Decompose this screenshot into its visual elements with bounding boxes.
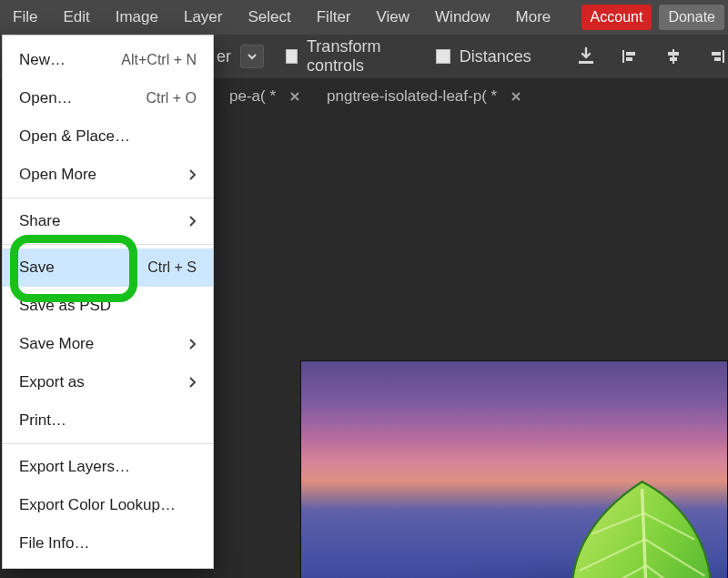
menu-separator: [3, 198, 213, 198]
menu-item-new[interactable]: New… Alt+Ctrl + N: [3, 41, 213, 79]
menu-item-label: New…: [19, 51, 121, 69]
menu-file[interactable]: File: [0, 0, 50, 35]
menu-item-label: Open More: [19, 166, 187, 184]
align-left-icon[interactable]: [619, 43, 641, 70]
menu-item-save-more[interactable]: Save More: [3, 325, 213, 363]
chevron-down-icon[interactable]: [240, 45, 264, 68]
menu-item-label: File Info…: [19, 534, 197, 553]
canvas-document[interactable]: [300, 360, 728, 578]
menu-item-open[interactable]: Open… Ctrl + O: [3, 79, 213, 117]
menu-separator: [3, 443, 213, 444]
svg-rect-3: [626, 57, 632, 61]
download-icon[interactable]: [575, 43, 597, 70]
menu-item-label: Save: [19, 259, 147, 277]
svg-rect-7: [723, 50, 724, 63]
svg-rect-9: [714, 57, 721, 61]
menu-item-shortcut: Ctrl + O: [146, 90, 197, 106]
menu-item-label: Open…: [19, 89, 146, 107]
menu-window[interactable]: Window: [422, 0, 502, 35]
checkbox-icon: [436, 49, 450, 64]
tab-label: pngtree-isolated-leaf-p( *: [327, 87, 497, 106]
menu-item-label: Export as: [19, 373, 187, 391]
svg-rect-4: [672, 49, 674, 64]
donate-button[interactable]: Donate: [659, 5, 724, 30]
menu-item-open-more[interactable]: Open More: [3, 156, 213, 194]
leaf-layer[interactable]: [527, 473, 728, 578]
file-menu-dropdown: New… Alt+Ctrl + N Open… Ctrl + O Open & …: [2, 35, 214, 569]
document-tab[interactable]: pngtree-isolated-leaf-p( *: [314, 78, 535, 115]
distances-checkbox[interactable]: Distances: [436, 47, 531, 66]
menu-separator: [3, 244, 213, 245]
menu-item-save-as-psd[interactable]: Save as PSD: [3, 287, 213, 325]
chevron-right-icon: [187, 376, 197, 389]
menu-edit[interactable]: Edit: [50, 0, 102, 35]
tool-dropdown-label: er: [217, 47, 231, 66]
account-button[interactable]: Account: [581, 5, 652, 30]
transform-controls-label: Transform controls: [307, 37, 414, 76]
checkbox-icon: [286, 49, 298, 64]
transform-controls-checkbox[interactable]: Transform controls: [286, 37, 414, 76]
svg-rect-8: [712, 52, 721, 56]
menu-item-export-as[interactable]: Export as: [3, 363, 213, 401]
chevron-right-icon: [187, 338, 197, 350]
tab-label: pe-a( *: [229, 87, 276, 106]
menu-item-label: Save More: [19, 335, 187, 353]
menu-image[interactable]: Image: [103, 0, 171, 35]
chevron-right-icon: [187, 168, 197, 181]
menu-item-label: Open & Place…: [19, 127, 197, 146]
svg-rect-0: [579, 61, 593, 64]
svg-rect-5: [668, 52, 679, 56]
distances-label: Distances: [460, 47, 531, 66]
menu-view[interactable]: View: [364, 0, 423, 35]
menu-item-export-layers[interactable]: Export Layers…: [3, 448, 213, 486]
menu-item-shortcut: Ctrl + S: [147, 259, 197, 276]
menu-select[interactable]: Select: [235, 0, 303, 35]
align-center-icon[interactable]: [662, 43, 684, 70]
menu-item-file-info[interactable]: File Info…: [3, 524, 213, 563]
menu-layer[interactable]: Layer: [171, 0, 236, 35]
menu-item-label: Save as PSD: [19, 297, 197, 315]
menu-item-label: Print…: [19, 411, 197, 430]
close-icon[interactable]: [288, 90, 301, 103]
document-tab[interactable]: pe-a( *: [217, 78, 314, 115]
svg-rect-6: [670, 57, 677, 61]
close-icon[interactable]: [510, 90, 522, 103]
menu-item-label: Share: [19, 212, 187, 230]
align-right-icon[interactable]: [706, 43, 728, 70]
menu-item-label: Export Layers…: [19, 458, 197, 476]
menu-filter[interactable]: Filter: [304, 0, 364, 35]
svg-rect-2: [626, 52, 635, 56]
menu-item-save[interactable]: Save Ctrl + S: [3, 248, 213, 287]
menu-item-shortcut: Alt+Ctrl + N: [121, 52, 197, 68]
svg-rect-1: [622, 50, 624, 63]
menubar: File Edit Image Layer Select Filter View…: [0, 0, 728, 35]
menu-item-share[interactable]: Share: [3, 202, 213, 240]
menu-item-export-color-lookup[interactable]: Export Color Lookup…: [3, 486, 213, 524]
menu-item-open-place[interactable]: Open & Place…: [3, 117, 213, 156]
menu-more[interactable]: More: [503, 0, 564, 35]
tool-dropdown[interactable]: er: [217, 45, 264, 68]
menu-item-print[interactable]: Print…: [3, 401, 213, 440]
menu-item-label: Export Color Lookup…: [19, 496, 197, 514]
chevron-right-icon: [187, 215, 197, 228]
